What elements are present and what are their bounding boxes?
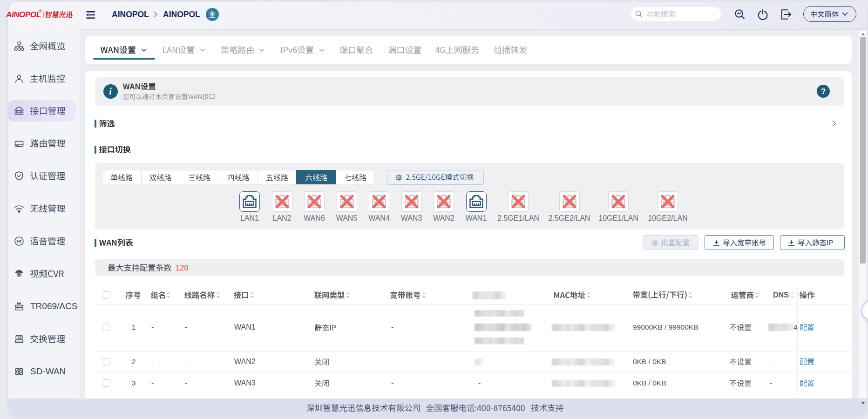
svg-text:SIP: SIP (16, 240, 22, 243)
